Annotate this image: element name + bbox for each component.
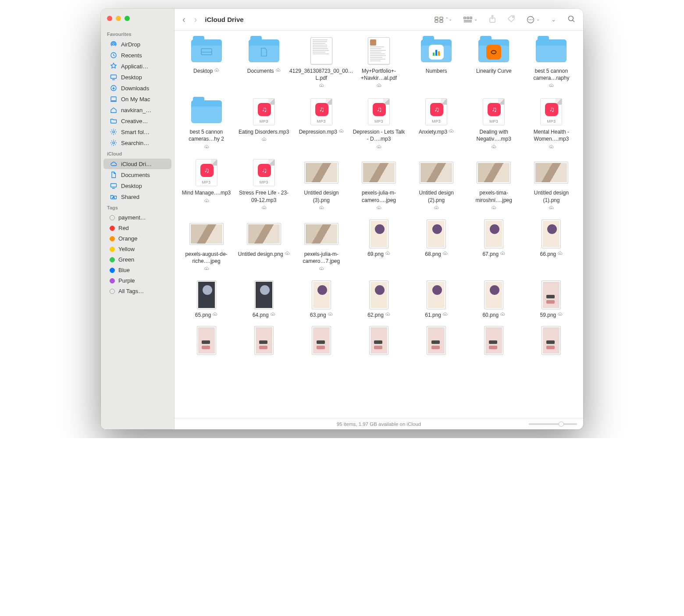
sidebar-item[interactable]: Green	[103, 255, 171, 265]
file-item[interactable]: 63.png	[294, 281, 349, 319]
file-item[interactable]: ♫MP3Depression - Lets Talk - D….mp3	[351, 98, 406, 151]
shared-icon	[110, 193, 118, 200]
sidebar-item-label: Shared	[121, 194, 139, 200]
file-item[interactable]: pexels-tima-miroshni….jpeg	[467, 159, 521, 212]
file-item[interactable]: 66.png	[524, 220, 579, 273]
sidebar-item[interactable]: payment…	[103, 212, 171, 223]
maximize-button[interactable]	[125, 16, 130, 21]
sidebar-item-label: Applicati…	[121, 63, 148, 70]
file-item[interactable]: ♫MP3Depression.mp3	[294, 98, 349, 151]
file-item[interactable]: 59.png	[524, 281, 579, 319]
chevron-down-icon[interactable]: ⌄	[551, 16, 556, 23]
icon-size-slider[interactable]	[529, 423, 577, 425]
file-item[interactable]: pexels-august-de-riche….jpeg	[179, 220, 234, 273]
file-item[interactable]: Untitled design (1).png	[524, 159, 579, 212]
file-item[interactable]: 60.png	[467, 281, 521, 319]
sidebar-item[interactable]: navkiran_…	[103, 105, 171, 115]
sidebar-item[interactable]: Shared	[103, 191, 171, 202]
sidebar-item[interactable]: Recents	[103, 50, 171, 60]
sidebar-item[interactable]: Creative…	[103, 116, 171, 126]
file-item[interactable]: pexels-julia-m-camero….jpeg	[351, 159, 406, 212]
tag-button[interactable]	[507, 15, 515, 25]
file-item[interactable]	[351, 326, 406, 357]
sidebar-item[interactable]: All Tags…	[103, 286, 171, 296]
sidebar-item-label: Purple	[118, 277, 135, 284]
finder-window: FavouritesAirDropRecentsApplicati…Deskto…	[101, 9, 583, 429]
file-label: 60.png	[482, 312, 505, 319]
sidebar-item[interactable]: Documents	[103, 170, 171, 180]
file-item[interactable]: ♫MP3Stress Free Life - 23-09-12.mp3	[236, 159, 291, 212]
file-item[interactable]: ♫MP3Dealing with Negativ….mp3	[467, 98, 521, 151]
file-item[interactable]: 62.png	[351, 281, 406, 319]
file-item[interactable]: best 5 cannon camera…raphy	[524, 37, 579, 90]
sidebar-item[interactable]: AirDrop	[103, 39, 171, 50]
file-label: best 5 cannon cameras…hy 2	[180, 128, 233, 151]
file-item[interactable]	[179, 326, 234, 357]
file-thumb	[418, 37, 455, 65]
file-thumb	[246, 37, 282, 65]
cloud-download-icon	[549, 83, 554, 90]
file-thumb	[475, 281, 512, 309]
sidebar-item[interactable]: Blue	[103, 265, 171, 275]
minimize-button[interactable]	[116, 16, 121, 21]
view-mode-button[interactable]: ⌃⌄	[435, 17, 452, 23]
file-item[interactable]: Numbers	[409, 37, 464, 90]
tag-color-icon	[110, 289, 115, 294]
file-grid-scroll[interactable]: DesktopDocuments4129_361308723_00_00…L.p…	[175, 31, 583, 418]
file-item[interactable]: best 5 cannon cameras…hy 2	[179, 98, 234, 151]
back-button[interactable]: ‹	[182, 14, 185, 25]
file-item[interactable]	[524, 326, 579, 357]
sidebar-item-label: Desktop	[121, 183, 142, 189]
file-item[interactable]: Untitled design (2).png	[409, 159, 464, 212]
file-item[interactable]: My+Portfolio+-+Navkir…al.pdf	[351, 37, 406, 90]
file-item[interactable]: ♫MP3Mental Health - Women….mp3	[524, 98, 579, 151]
share-button[interactable]	[489, 15, 496, 25]
sidebar-item[interactable]: iCloud Dri…	[103, 159, 171, 169]
sidebar-item[interactable]: Applicati…	[103, 61, 171, 71]
file-item[interactable]: 65.png	[179, 281, 234, 319]
sidebar-item[interactable]: Red	[103, 223, 171, 233]
file-item[interactable]: Linearity Curve	[467, 37, 521, 90]
cloud-icon	[110, 160, 118, 167]
file-label: 63.png	[310, 312, 333, 319]
file-item[interactable]: ♫MP3Eating Disorders.mp3	[236, 98, 291, 151]
file-item[interactable]: Desktop	[179, 37, 234, 90]
forward-button[interactable]: ›	[194, 14, 197, 25]
file-thumb	[303, 220, 340, 248]
sidebar-item[interactable]: Desktop	[103, 181, 171, 191]
sidebar-item[interactable]: On My Mac	[103, 94, 171, 104]
sidebar-item[interactable]: Searchin…	[103, 138, 171, 148]
cloud-download-icon	[549, 205, 554, 212]
sidebar-item[interactable]: Purple	[103, 276, 171, 286]
file-thumb	[475, 326, 512, 354]
file-item[interactable]: 67.png	[467, 220, 521, 273]
file-item[interactable]: ♫MP3Mind Manage….mp3	[179, 159, 234, 212]
file-item[interactable]: 69.png	[351, 220, 406, 273]
file-item[interactable]	[236, 326, 291, 357]
file-thumb	[360, 159, 397, 187]
file-item[interactable]: 61.png	[409, 281, 464, 319]
file-item[interactable]: pexels-julia-m-camero…7.jpeg	[294, 220, 349, 273]
file-item[interactable]: 4129_361308723_00_00…L.pdf	[294, 37, 349, 90]
file-item[interactable]: Untitled design (3).png	[294, 159, 349, 212]
close-button[interactable]	[107, 16, 112, 21]
search-button[interactable]	[567, 15, 575, 25]
file-item[interactable]	[467, 326, 521, 357]
file-thumb	[360, 220, 397, 248]
file-item[interactable]: 68.png	[409, 220, 464, 273]
sidebar-item[interactable]: Downloads	[103, 83, 171, 93]
group-button[interactable]: ⌄	[463, 17, 477, 23]
sidebar-item[interactable]: Orange	[103, 234, 171, 244]
home-icon	[110, 106, 118, 113]
action-menu-button[interactable]: ⌄	[527, 16, 540, 24]
file-item[interactable]: Documents	[236, 37, 291, 90]
sidebar-item[interactable]: Yellow	[103, 244, 171, 254]
sidebar-item[interactable]: Smart fol…	[103, 127, 171, 137]
file-item[interactable]: 64.png	[236, 281, 291, 319]
file-item[interactable]	[294, 326, 349, 357]
file-item[interactable]: Untitled design.png	[236, 220, 291, 273]
file-item[interactable]	[409, 326, 464, 357]
sidebar-item[interactable]: Desktop	[103, 72, 171, 82]
tag-color-icon	[110, 226, 115, 231]
file-item[interactable]: ♫MP3Anxiety.mp3	[409, 98, 464, 151]
